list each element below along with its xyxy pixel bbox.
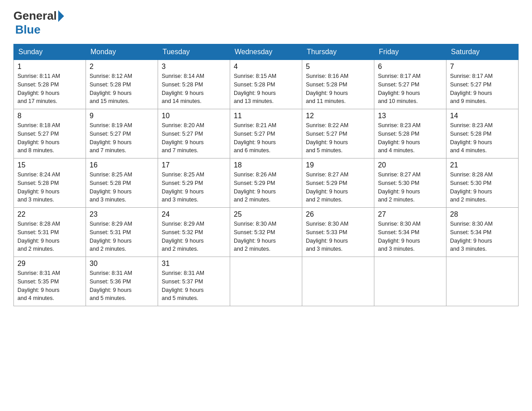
calendar-cell <box>302 257 374 306</box>
day-number: 27 <box>378 210 442 218</box>
calendar-cell: 8 Sunrise: 8:18 AM Sunset: 5:27 PM Dayli… <box>14 109 86 158</box>
day-number: 29 <box>17 260 82 268</box>
calendar-cell: 15 Sunrise: 8:24 AM Sunset: 5:28 PM Dayl… <box>14 158 86 208</box>
day-number: 17 <box>162 161 226 169</box>
calendar-week-5: 29 Sunrise: 8:31 AM Sunset: 5:35 PM Dayl… <box>14 257 519 306</box>
day-number: 14 <box>450 112 515 120</box>
calendar-cell: 24 Sunrise: 8:29 AM Sunset: 5:32 PM Dayl… <box>158 208 230 257</box>
calendar-cell: 3 Sunrise: 8:14 AM Sunset: 5:28 PM Dayli… <box>158 60 230 109</box>
calendar-cell <box>446 257 519 306</box>
day-number: 13 <box>378 112 442 120</box>
calendar-cell: 16 Sunrise: 8:25 AM Sunset: 5:28 PM Dayl… <box>86 158 158 208</box>
day-info: Sunrise: 8:31 AM Sunset: 5:35 PM Dayligh… <box>17 269 82 303</box>
calendar-cell: 25 Sunrise: 8:30 AM Sunset: 5:32 PM Dayl… <box>230 208 302 257</box>
day-info: Sunrise: 8:20 AM Sunset: 5:27 PM Dayligh… <box>162 121 226 155</box>
calendar-cell: 22 Sunrise: 8:28 AM Sunset: 5:31 PM Dayl… <box>14 208 86 257</box>
day-info: Sunrise: 8:28 AM Sunset: 5:30 PM Dayligh… <box>450 171 515 204</box>
calendar-cell: 23 Sunrise: 8:29 AM Sunset: 5:31 PM Dayl… <box>86 208 158 257</box>
day-info: Sunrise: 8:19 AM Sunset: 5:27 PM Dayligh… <box>90 121 154 155</box>
day-info: Sunrise: 8:23 AM Sunset: 5:28 PM Dayligh… <box>450 121 515 155</box>
header-saturday: Saturday <box>446 44 519 60</box>
logo: General Blue <box>13 9 65 37</box>
calendar-cell: 11 Sunrise: 8:21 AM Sunset: 5:27 PM Dayl… <box>230 109 302 158</box>
calendar-week-3: 15 Sunrise: 8:24 AM Sunset: 5:28 PM Dayl… <box>14 158 519 208</box>
day-info: Sunrise: 8:11 AM Sunset: 5:28 PM Dayligh… <box>17 72 82 106</box>
logo-blue-line: Blue <box>13 23 40 37</box>
day-number: 25 <box>234 210 298 218</box>
header-tuesday: Tuesday <box>158 44 230 60</box>
calendar-cell: 1 Sunrise: 8:11 AM Sunset: 5:28 PM Dayli… <box>14 60 86 109</box>
day-number: 12 <box>306 112 370 120</box>
day-number: 22 <box>17 210 82 218</box>
calendar-table: Sunday Monday Tuesday Wednesday Thursday… <box>13 44 519 306</box>
day-info: Sunrise: 8:27 AM Sunset: 5:29 PM Dayligh… <box>306 171 370 204</box>
calendar-cell: 5 Sunrise: 8:16 AM Sunset: 5:28 PM Dayli… <box>302 60 374 109</box>
day-info: Sunrise: 8:21 AM Sunset: 5:27 PM Dayligh… <box>234 121 298 155</box>
day-number: 26 <box>306 210 370 218</box>
header-friday: Friday <box>374 44 446 60</box>
calendar-cell: 13 Sunrise: 8:23 AM Sunset: 5:28 PM Dayl… <box>374 109 446 158</box>
day-info: Sunrise: 8:31 AM Sunset: 5:36 PM Dayligh… <box>90 269 154 303</box>
header-sunday: Sunday <box>14 44 86 60</box>
day-number: 23 <box>90 210 154 218</box>
day-info: Sunrise: 8:23 AM Sunset: 5:28 PM Dayligh… <box>378 121 442 155</box>
day-info: Sunrise: 8:22 AM Sunset: 5:27 PM Dayligh… <box>306 121 370 155</box>
day-info: Sunrise: 8:27 AM Sunset: 5:30 PM Dayligh… <box>378 171 442 204</box>
calendar-cell: 28 Sunrise: 8:30 AM Sunset: 5:34 PM Dayl… <box>446 208 519 257</box>
day-number: 18 <box>234 161 298 169</box>
calendar-cell: 7 Sunrise: 8:17 AM Sunset: 5:27 PM Dayli… <box>446 60 519 109</box>
day-number: 24 <box>162 210 226 218</box>
calendar-cell: 26 Sunrise: 8:30 AM Sunset: 5:33 PM Dayl… <box>302 208 374 257</box>
logo-line: General <box>13 9 65 23</box>
day-number: 20 <box>378 161 442 169</box>
calendar-header-row: Sunday Monday Tuesday Wednesday Thursday… <box>14 44 519 60</box>
calendar-cell: 29 Sunrise: 8:31 AM Sunset: 5:35 PM Dayl… <box>14 257 86 306</box>
calendar-cell: 10 Sunrise: 8:20 AM Sunset: 5:27 PM Dayl… <box>158 109 230 158</box>
calendar-week-4: 22 Sunrise: 8:28 AM Sunset: 5:31 PM Dayl… <box>14 208 519 257</box>
day-info: Sunrise: 8:17 AM Sunset: 5:27 PM Dayligh… <box>378 72 442 106</box>
logo-general-word: General <box>13 9 57 23</box>
day-info: Sunrise: 8:30 AM Sunset: 5:34 PM Dayligh… <box>378 220 442 253</box>
header-monday: Monday <box>86 44 158 60</box>
calendar-cell: 21 Sunrise: 8:28 AM Sunset: 5:30 PM Dayl… <box>446 158 519 208</box>
calendar-week-2: 8 Sunrise: 8:18 AM Sunset: 5:27 PM Dayli… <box>14 109 519 158</box>
day-info: Sunrise: 8:12 AM Sunset: 5:28 PM Dayligh… <box>90 72 154 106</box>
calendar-week-1: 1 Sunrise: 8:11 AM Sunset: 5:28 PM Dayli… <box>14 60 519 109</box>
day-number: 19 <box>306 161 370 169</box>
day-number: 1 <box>17 63 82 71</box>
logo-blue-word: Blue <box>15 23 40 36</box>
day-info: Sunrise: 8:30 AM Sunset: 5:34 PM Dayligh… <box>450 220 515 253</box>
day-info: Sunrise: 8:17 AM Sunset: 5:27 PM Dayligh… <box>450 72 515 106</box>
header-thursday: Thursday <box>302 44 374 60</box>
day-info: Sunrise: 8:29 AM Sunset: 5:32 PM Dayligh… <box>162 220 226 253</box>
day-number: 21 <box>450 161 515 169</box>
day-number: 7 <box>450 63 515 71</box>
calendar-cell: 2 Sunrise: 8:12 AM Sunset: 5:28 PM Dayli… <box>86 60 158 109</box>
day-info: Sunrise: 8:15 AM Sunset: 5:28 PM Dayligh… <box>234 72 298 106</box>
calendar-cell: 9 Sunrise: 8:19 AM Sunset: 5:27 PM Dayli… <box>86 109 158 158</box>
day-number: 5 <box>306 63 370 71</box>
calendar-cell: 31 Sunrise: 8:31 AM Sunset: 5:37 PM Dayl… <box>158 257 230 306</box>
day-number: 2 <box>90 63 154 71</box>
calendar-cell <box>374 257 446 306</box>
day-info: Sunrise: 8:28 AM Sunset: 5:31 PM Dayligh… <box>17 220 82 253</box>
day-number: 16 <box>90 161 154 169</box>
day-info: Sunrise: 8:31 AM Sunset: 5:37 PM Dayligh… <box>162 269 226 303</box>
day-info: Sunrise: 8:25 AM Sunset: 5:28 PM Dayligh… <box>90 171 154 204</box>
calendar-cell: 14 Sunrise: 8:23 AM Sunset: 5:28 PM Dayl… <box>446 109 519 158</box>
calendar-cell: 12 Sunrise: 8:22 AM Sunset: 5:27 PM Dayl… <box>302 109 374 158</box>
day-number: 3 <box>162 63 226 71</box>
calendar-cell: 20 Sunrise: 8:27 AM Sunset: 5:30 PM Dayl… <box>374 158 446 208</box>
day-info: Sunrise: 8:29 AM Sunset: 5:31 PM Dayligh… <box>90 220 154 253</box>
calendar-cell: 18 Sunrise: 8:26 AM Sunset: 5:29 PM Dayl… <box>230 158 302 208</box>
calendar-cell <box>230 257 302 306</box>
day-number: 10 <box>162 112 226 120</box>
day-info: Sunrise: 8:18 AM Sunset: 5:27 PM Dayligh… <box>17 121 82 155</box>
day-number: 28 <box>450 210 515 218</box>
day-info: Sunrise: 8:16 AM Sunset: 5:28 PM Dayligh… <box>306 72 370 106</box>
logo-triangle-icon <box>58 10 64 22</box>
day-number: 30 <box>90 260 154 268</box>
day-info: Sunrise: 8:30 AM Sunset: 5:33 PM Dayligh… <box>306 220 370 253</box>
day-number: 11 <box>234 112 298 120</box>
calendar-cell: 30 Sunrise: 8:31 AM Sunset: 5:36 PM Dayl… <box>86 257 158 306</box>
